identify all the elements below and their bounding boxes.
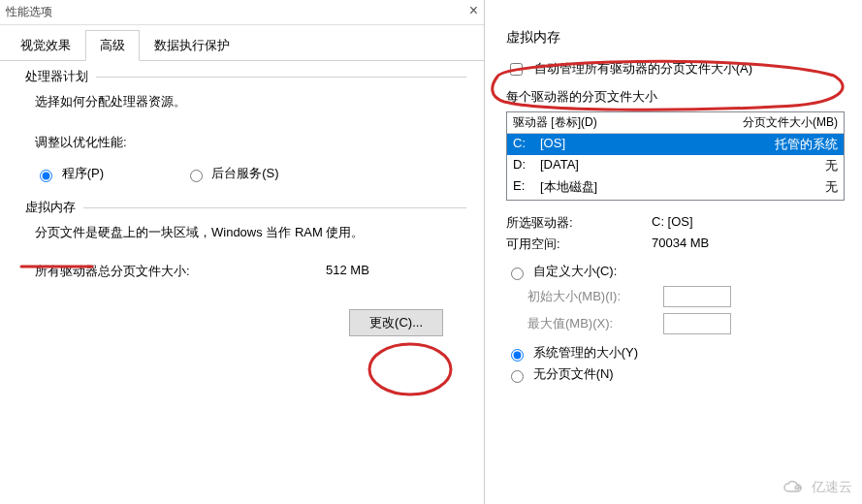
vm-total-label: 所有驱动器总分页文件大小: (35, 263, 326, 280)
radio-custom-input[interactable] (511, 268, 524, 280)
auto-manage-checkbox[interactable]: 自动管理所有驱动器的分页文件大小(A) (506, 61, 752, 76)
radio-programs-input[interactable] (40, 170, 52, 182)
per-drive-label: 每个驱动器的分页文件大小 (506, 88, 845, 106)
cpu-group-title: 处理器计划 (25, 68, 96, 85)
radio-system-managed[interactable]: 系统管理的大小(Y) (506, 345, 638, 360)
radio-programs-label: 程序(P) (62, 166, 104, 180)
drive-letter: D: (513, 157, 540, 174)
window-title: 性能选项 (6, 4, 52, 20)
radio-custom-label: 自定义大小(C): (533, 264, 618, 278)
virtual-memory-group: 虚拟内存 分页文件是硬盘上的一块区域，Windows 当作 RAM 使用。 所有… (25, 207, 466, 346)
radio-services-input[interactable] (190, 170, 203, 182)
vm-desc: 分页文件是硬盘上的一块区域，Windows 当作 RAM 使用。 (35, 224, 463, 241)
vm-group-title: 虚拟内存 (25, 199, 83, 216)
col-drive: 驱动器 [卷标](D) (513, 114, 721, 131)
watermark-text: 亿速云 (812, 479, 852, 496)
cpu-adjust-label: 调整以优化性能: (35, 134, 463, 151)
watermark: 亿速云 (782, 479, 852, 496)
radio-services[interactable]: 后台服务(S) (185, 166, 279, 180)
tab-advanced[interactable]: 高级 (85, 30, 140, 61)
drive-row-d[interactable]: D: [DATA] 无 (507, 155, 844, 176)
drive-letter: E: (513, 178, 540, 196)
drive-list-header: 驱动器 [卷标](D) 分页文件大小(MB) (507, 112, 844, 134)
selected-drive-value: C: [OS] (652, 214, 845, 232)
drive-row-e[interactable]: E: [本地磁盘] 无 (507, 176, 844, 198)
drive-size: 托管的系统 (731, 136, 838, 153)
cpu-desc: 选择如何分配处理器资源。 (35, 93, 463, 110)
col-size: 分页文件大小(MB) (721, 114, 838, 131)
free-space-value: 70034 MB (652, 236, 845, 253)
initial-size-label: 初始大小(MB)(I): (527, 288, 663, 305)
radio-custom-size[interactable]: 自定义大小(C): (506, 264, 617, 278)
drive-row-c[interactable]: C: [OS] 托管的系统 (507, 134, 844, 155)
cpu-scheduling-group: 处理器计划 选择如何分配处理器资源。 调整以优化性能: 程序(P) 后台服务(S… (25, 77, 466, 192)
drive-size: 无 (731, 178, 838, 196)
radio-programs[interactable]: 程序(P) (35, 166, 108, 180)
drive-label: [OS] (540, 136, 731, 153)
drive-label: [本地磁盘] (540, 178, 731, 196)
vm-dialog-title: 虚拟内存 (506, 29, 845, 47)
titlebar: 性能选项 × (0, 0, 484, 25)
drive-size: 无 (731, 157, 838, 174)
max-size-label: 最大值(MB)(X): (527, 315, 663, 332)
drive-list[interactable]: 驱动器 [卷标](D) 分页文件大小(MB) C: [OS] 托管的系统 D: … (506, 111, 845, 201)
cloud-icon (782, 480, 808, 495)
close-icon[interactable]: × (469, 2, 478, 19)
virtual-memory-dialog: 虚拟内存 自动管理所有驱动器的分页文件大小(A) 每个驱动器的分页文件大小 驱动… (485, 0, 862, 504)
radio-none-label: 无分页文件(N) (533, 366, 614, 381)
radio-system-label: 系统管理的大小(Y) (533, 345, 638, 360)
radio-none-input[interactable] (511, 370, 524, 383)
performance-options-dialog: 性能选项 × 视觉效果 高级 数据执行保护 处理器计划 选择如何分配处理器资源。… (0, 0, 485, 504)
drive-label: [DATA] (540, 157, 731, 174)
drive-letter: C: (513, 136, 540, 153)
selected-drive-key: 所选驱动器: (506, 214, 652, 232)
radio-services-label: 后台服务(S) (211, 166, 278, 180)
max-size-input[interactable] (663, 313, 731, 334)
auto-manage-label: 自动管理所有驱动器的分页文件大小(A) (534, 61, 752, 76)
free-space-key: 可用空间: (506, 236, 652, 253)
auto-manage-checkbox-input[interactable] (510, 63, 523, 76)
tab-visual-effects[interactable]: 视觉效果 (6, 30, 85, 61)
tab-dep[interactable]: 数据执行保护 (140, 30, 244, 61)
radio-no-paging[interactable]: 无分页文件(N) (506, 366, 614, 381)
change-button[interactable]: 更改(C)... (349, 309, 443, 336)
vm-total-value: 512 MB (326, 263, 442, 280)
radio-system-input[interactable] (511, 349, 524, 362)
tab-strip: 视觉效果 高级 数据执行保护 (0, 29, 484, 61)
initial-size-input[interactable] (663, 286, 731, 307)
